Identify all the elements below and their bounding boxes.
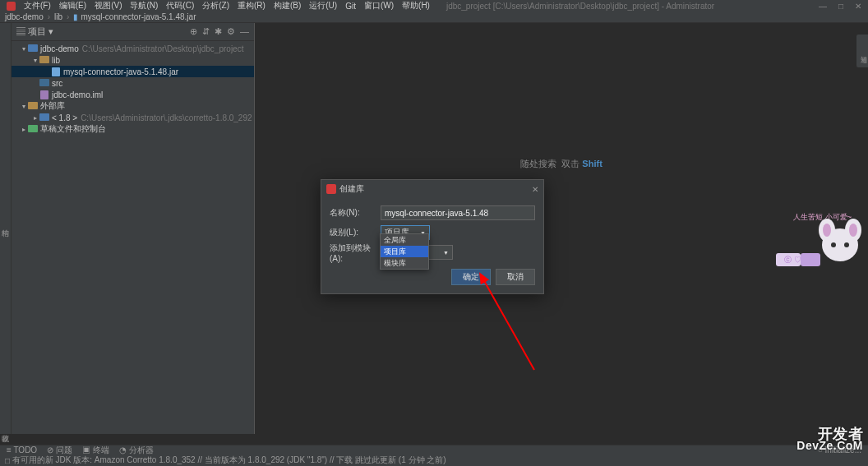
menu-refactor[interactable]: 重构(R) — [238, 0, 265, 12]
create-library-dialog: 创建库 ✕ 名称(N): 级别(L): 项目库▼ 添加到模块(A): 全局库▼ … — [321, 179, 544, 294]
breadcrumb-item[interactable]: lib — [54, 12, 62, 21]
svg-rect-5 — [28, 102, 38, 109]
svg-point-13 — [849, 224, 857, 237]
app-icon — [326, 184, 336, 194]
tree-item[interactable]: jdbc-demo.iml — [12, 89, 254, 100]
left-gutter: 结构 收藏 — [0, 23, 12, 434]
dialog-titlebar: 创建库 ✕ — [321, 180, 543, 198]
dropdown-option-project[interactable]: 项目库 — [381, 246, 428, 257]
breadcrumb-item[interactable]: jdbc-demo — [5, 12, 44, 21]
file-icon: ▮ — [73, 12, 78, 21]
expand-icon[interactable]: ⇵ — [202, 26, 210, 37]
svg-rect-0 — [28, 44, 38, 52]
info-bar: □ 有可用的新 JDK 版本: Amazon Corretto 1.8.0_35… — [0, 454, 868, 466]
chevron-right-icon: › — [48, 12, 50, 21]
menu-code[interactable]: 代码(C) — [166, 0, 194, 12]
tree-item[interactable]: ▸< 1.8 >C:\Users\Administrator\.jdks\cor… — [12, 112, 254, 123]
menu-run[interactable]: 运行(U) — [309, 0, 337, 12]
svg-rect-7 — [28, 125, 38, 132]
svg-rect-2 — [52, 67, 60, 76]
svg-point-12 — [823, 224, 831, 237]
project-tree[interactable]: ▾jdbc-demoC:\Users\Administrator\Desktop… — [12, 41, 254, 136]
tree-item[interactable]: ▾lib — [12, 54, 254, 66]
chevron-right-icon: › — [67, 12, 69, 21]
tree-item[interactable]: ▸草稿文件和控制台 — [12, 123, 254, 135]
project-sidebar: ▤ 项目 ▾ ⊕ ⇵ ✱ ⚙ — ▾jdbc-demoC:\Users\Admi… — [12, 23, 255, 434]
window-close-icon[interactable]: ✕ — [855, 2, 861, 11]
tree-item[interactable]: ▾jdbc-demoC:\Users\Administrator\Desktop… — [12, 43, 254, 54]
collapse-icon[interactable]: ✱ — [215, 26, 222, 37]
window-minimize-icon[interactable]: — — [819, 2, 827, 11]
level-dropdown: 全局库 项目库 模块库 — [380, 233, 429, 270]
svg-rect-4 — [40, 90, 48, 99]
status-bar: ≡ TODO ⊘ 问题 ▣ 终端 ◔ 分析器 ○ Initialize... — [0, 445, 868, 454]
menu-edit[interactable]: 编辑(E) — [59, 0, 86, 12]
window-title: jdbc_project [C:\Users\Administrator\Des… — [446, 2, 714, 11]
cancel-button[interactable]: 取消 — [496, 269, 535, 285]
svg-rect-6 — [39, 113, 49, 121]
info-message: 有可用的新 JDK 版本: Amazon Corretto 1.8.0_352 … — [12, 454, 446, 466]
svg-rect-1 — [39, 56, 49, 63]
menu-file[interactable]: 文件(F) — [24, 0, 51, 12]
menu-help[interactable]: 帮助(H) — [402, 0, 430, 12]
module-label: 添加到模块(A): — [330, 242, 381, 263]
settings-icon[interactable]: ⚙ — [227, 26, 235, 37]
menu-window[interactable]: 窗口(W) — [364, 0, 394, 12]
sidebar-header: ▤ 项目 ▾ ⊕ ⇵ ✱ ⚙ — — [12, 23, 254, 41]
tree-item[interactable]: ▾外部库 — [12, 100, 254, 112]
dialog-title: 创建库 — [339, 183, 364, 195]
menu-git[interactable]: Git — [345, 2, 356, 11]
search-hint: 随处搜索 双击 Shift — [520, 158, 603, 170]
select-opened-icon[interactable]: ⊕ — [190, 26, 197, 37]
tree-item[interactable]: mysql-connector-java-5.1.48.jar — [12, 66, 254, 77]
menu-navigate[interactable]: 导航(N) — [130, 0, 158, 12]
watermark: 开发者 DevZe.CoM — [796, 427, 863, 451]
breadcrumb-item[interactable]: mysql-connector-java-5.1.48.jar — [81, 12, 196, 21]
menu-build[interactable]: 构建(B) — [274, 0, 301, 12]
menu-analyze[interactable]: 分析(Z) — [202, 0, 229, 12]
todo-tab[interactable]: ≡ TODO — [7, 445, 37, 454]
name-label: 名称(N): — [330, 207, 381, 219]
svg-text:ⓒ ♡: ⓒ ♡ — [784, 256, 801, 264]
name-input[interactable] — [381, 205, 535, 220]
menu-bar: 文件(F) 编辑(E) 视图(V) 导航(N) 代码(C) 分析(Z) 重构(R… — [0, 0, 868, 12]
svg-rect-16 — [801, 253, 820, 266]
menu-view[interactable]: 视图(V) — [95, 0, 122, 12]
level-label: 级别(L): — [330, 227, 381, 238]
mascot-image: ⓒ ♡ — [776, 212, 865, 271]
svg-point-15 — [844, 242, 849, 247]
app-icon — [7, 2, 16, 11]
dropdown-option-module[interactable]: 模块库 — [381, 257, 428, 269]
window-maximize-icon[interactable]: □ — [838, 2, 843, 11]
close-icon[interactable]: ✕ — [532, 185, 538, 194]
tree-item[interactable]: src — [12, 77, 254, 89]
svg-rect-3 — [39, 79, 49, 86]
info-icon: □ — [5, 456, 10, 465]
ok-button[interactable]: 确定 — [451, 269, 491, 285]
hide-icon[interactable]: — — [240, 26, 249, 37]
notifications-tab[interactable]: 通知 — [856, 35, 868, 67]
project-view-selector[interactable]: ▤ 项目 ▾ — [16, 25, 53, 38]
chevron-down-icon: ▼ — [443, 250, 449, 256]
dropdown-option-global[interactable]: 全局库 — [381, 234, 428, 246]
svg-point-14 — [831, 242, 836, 247]
breadcrumb: jdbc-demo › lib › ▮ mysql-connector-java… — [0, 12, 868, 23]
